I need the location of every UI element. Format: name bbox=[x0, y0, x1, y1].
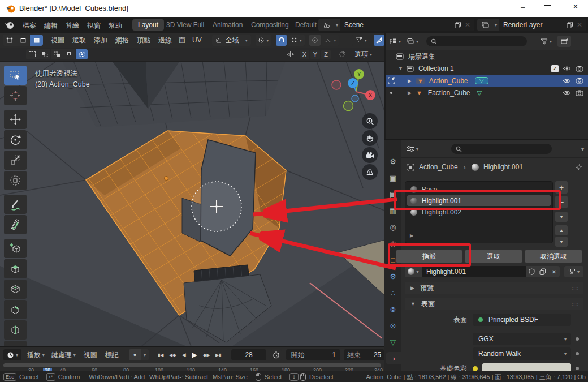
outliner-row-action-cube[interactable]: ▶ ▼ Action_Cube ▽ bbox=[386, 75, 588, 87]
view-menu[interactable]: 視圖 bbox=[84, 350, 97, 360]
tool-bevel[interactable] bbox=[4, 300, 27, 319]
playback-menu[interactable]: 播放▾ bbox=[27, 350, 45, 360]
material-slot-highlight-002[interactable]: Highlight.002 bbox=[407, 207, 551, 217]
camera-icon[interactable] bbox=[576, 78, 583, 84]
tab-scene[interactable]: ◎ bbox=[385, 221, 401, 233]
panel-surface[interactable]: ▼ 表面 :::: bbox=[405, 298, 583, 310]
menu-edit[interactable]: 編輯 bbox=[44, 21, 58, 31]
tool-measure[interactable] bbox=[4, 215, 27, 234]
tab-view-layer[interactable]: ▦ bbox=[385, 204, 401, 217]
menu-select[interactable]: 選取 bbox=[72, 36, 86, 45]
start-frame-field[interactable]: 開始 1 bbox=[286, 349, 340, 360]
menu-uv[interactable]: UV bbox=[192, 36, 202, 44]
eye-icon[interactable] bbox=[563, 78, 571, 84]
tab-modifiers[interactable]: ⚙ bbox=[385, 270, 401, 282]
copy-material-button[interactable] bbox=[537, 266, 548, 277]
fake-user-shield-button[interactable] bbox=[526, 266, 537, 277]
timeline-scrollbar[interactable] bbox=[3, 363, 381, 367]
chevron-down-icon[interactable]: ▾ bbox=[581, 146, 584, 152]
scene-name[interactable]: Scene bbox=[344, 21, 455, 29]
unlink-material-button[interactable]: ✕ bbox=[548, 266, 560, 277]
browse-material-dropdown[interactable]: ▾ bbox=[405, 266, 422, 277]
outliner-row-faction-cube[interactable]: ▶ ▼ Faction_Cube ▽ bbox=[386, 87, 588, 98]
tool-loop-cut[interactable] bbox=[4, 320, 27, 340]
tab-particles[interactable]: ∴ bbox=[385, 286, 401, 299]
mesh-data-icon[interactable]: ▽ bbox=[475, 77, 488, 84]
gizmo-toggle-button[interactable] bbox=[374, 35, 384, 46]
tool-select-box[interactable] bbox=[4, 66, 27, 85]
tool-scale[interactable] bbox=[4, 151, 27, 170]
orthographic-toggle-button[interactable] bbox=[362, 164, 378, 180]
select-invert-button[interactable] bbox=[63, 49, 75, 59]
disclosure-open-icon[interactable]: ▼ bbox=[398, 66, 403, 71]
jump-to-start-button[interactable]: ▮◀ bbox=[155, 350, 166, 360]
tab-3d-view-full[interactable]: 3D View Full bbox=[166, 21, 204, 29]
outliner-row-scene-collection[interactable]: 場景選集 bbox=[386, 51, 588, 62]
zoom-view-button[interactable] bbox=[362, 113, 378, 129]
surface-shader-button[interactable]: Principled BSDF bbox=[473, 314, 571, 326]
eye-icon[interactable] bbox=[563, 90, 571, 96]
close-button[interactable]: × bbox=[564, 2, 587, 12]
mirror-z-button[interactable]: Z bbox=[321, 50, 331, 59]
node-tree-dropdown[interactable]: ▾ bbox=[564, 266, 583, 277]
animate-dot[interactable] bbox=[576, 367, 579, 370]
navigation-gizmo[interactable]: Y Z X bbox=[325, 63, 382, 114]
slot-remove-button[interactable]: − bbox=[555, 196, 568, 208]
menu-add[interactable]: 添加 bbox=[94, 36, 107, 45]
tab-output[interactable]: ▤ bbox=[385, 188, 401, 200]
material-name-field[interactable]: Highlight.001 bbox=[422, 266, 526, 277]
current-frame-field[interactable]: 28 bbox=[231, 349, 266, 360]
minimize-button[interactable]: − bbox=[512, 2, 534, 12]
tool-extrude-region[interactable] bbox=[4, 259, 27, 278]
maximize-button[interactable] bbox=[544, 5, 551, 12]
use-preview-range-button[interactable] bbox=[271, 349, 282, 360]
collection-checkbox[interactable]: ✓ bbox=[551, 65, 559, 72]
select-button[interactable]: 選取 bbox=[465, 250, 522, 263]
camera-view-button[interactable] bbox=[362, 147, 378, 163]
tab-layout[interactable]: Layout bbox=[132, 19, 164, 31]
editor-type-dropdown[interactable]: ▾ bbox=[389, 38, 401, 45]
pivot-point-dropdown[interactable]: ▾ bbox=[256, 35, 271, 46]
snap-toggle-button[interactable] bbox=[276, 35, 287, 46]
display-mode-dropdown[interactable]: ▾ bbox=[407, 38, 418, 45]
jump-to-end-button[interactable]: ▶▮ bbox=[213, 350, 223, 360]
slot-add-button[interactable]: + bbox=[555, 181, 568, 194]
object-name[interactable]: Faction_Cube bbox=[428, 89, 470, 97]
editor-type-dropdown[interactable]: ▾ bbox=[406, 145, 418, 152]
menu-window[interactable]: 視窗 bbox=[87, 21, 101, 31]
menu-render[interactable]: 算繪 bbox=[66, 21, 79, 31]
tab-compositing[interactable]: Compositing bbox=[251, 21, 289, 29]
copy-icon[interactable] bbox=[455, 22, 461, 28]
next-keyframe-button[interactable]: ◆▶ bbox=[201, 350, 212, 360]
marker-menu[interactable]: 標記 bbox=[105, 350, 119, 360]
tool-move[interactable] bbox=[4, 110, 27, 129]
falloff-curve-dropdown[interactable]: ▾ bbox=[322, 35, 339, 46]
tab-material[interactable]: ◑ bbox=[386, 352, 401, 364]
outliner-search-input[interactable] bbox=[426, 36, 527, 46]
tool-inset-faces[interactable] bbox=[4, 280, 27, 299]
menu-file[interactable]: 檔案 bbox=[23, 21, 36, 31]
breadcrumb-material[interactable]: Highlight.001 bbox=[483, 163, 523, 171]
select-subtract-button[interactable] bbox=[51, 49, 63, 59]
assign-button[interactable]: 指派 bbox=[396, 250, 462, 263]
camera-icon[interactable] bbox=[576, 90, 583, 96]
menu-mesh[interactable]: 網格 bbox=[115, 36, 129, 45]
panel-preview[interactable]: ▶ 預覽 :::: bbox=[405, 282, 583, 294]
transform-orientation-dropdown[interactable]: 全域 ▾ bbox=[212, 35, 251, 46]
scene-selector[interactable]: ▾ Scene ✕ bbox=[318, 19, 474, 31]
disclosure-closed-icon[interactable]: ▶ bbox=[408, 90, 412, 96]
proportional-size-icon[interactable] bbox=[336, 50, 348, 59]
auto-keying-button[interactable]: ● bbox=[129, 349, 141, 360]
slot-move-up-button[interactable]: ▲ bbox=[555, 225, 568, 235]
select-intersect-button[interactable] bbox=[76, 49, 88, 59]
tool-transform[interactable] bbox=[4, 171, 27, 190]
proportional-edit-button[interactable] bbox=[309, 35, 320, 46]
prev-keyframe-button[interactable]: ◀◆ bbox=[167, 350, 178, 360]
distribution-dropdown[interactable]: GGX ▾ bbox=[473, 333, 571, 345]
copy-icon[interactable] bbox=[567, 22, 573, 28]
mirror-x-button[interactable]: X bbox=[300, 50, 309, 59]
menu-edge[interactable]: 邊線 bbox=[158, 36, 172, 45]
new-collection-button[interactable] bbox=[557, 36, 571, 47]
prev-frame-button[interactable]: ◀ bbox=[179, 350, 188, 360]
material-slot-base[interactable]: Base bbox=[407, 184, 551, 195]
